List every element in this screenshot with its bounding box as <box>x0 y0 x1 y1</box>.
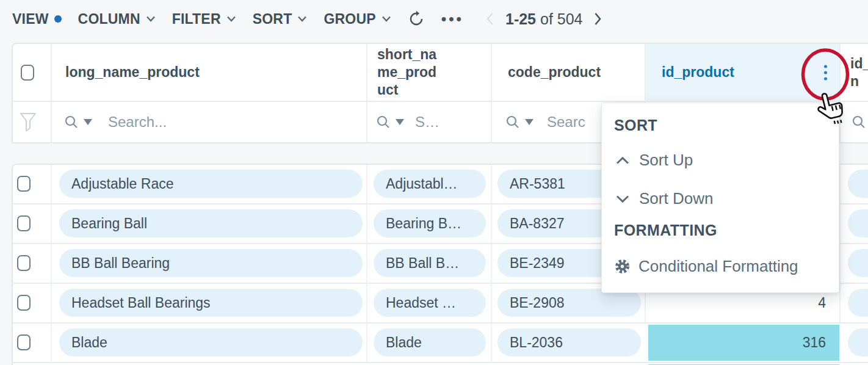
chevron-down-icon <box>146 16 156 22</box>
row-checkbox[interactable] <box>17 215 31 231</box>
chevron-down-icon <box>396 119 404 125</box>
cell-id-n[interactable] <box>848 209 868 237</box>
menu-item-label: Sort Down <box>639 189 713 208</box>
table-row: Blade Blade BL-2036 316 <box>13 323 868 363</box>
column-header-label: id_product <box>662 64 734 81</box>
cell-id-n[interactable] <box>848 249 868 277</box>
column-header-id-n[interactable]: id_ n <box>841 44 868 101</box>
toolbar: VIEW COLUMN FILTER SORT GROUP ••• <box>12 0 602 38</box>
view-button[interactable]: VIEW <box>12 11 62 27</box>
select-all-cell <box>13 44 52 101</box>
search-icon <box>852 115 866 129</box>
funnel-icon <box>19 111 37 133</box>
cell-short-name[interactable]: Blade <box>374 328 486 356</box>
pagination: 1-25 of 504 <box>485 10 603 28</box>
cell-id-n[interactable] <box>848 328 868 356</box>
chevron-down-icon <box>525 119 533 125</box>
chevron-down-icon <box>382 16 391 22</box>
cell-short-name[interactable]: Adjustabl… <box>374 170 486 198</box>
row-checkbox[interactable] <box>17 295 31 311</box>
column-header-label: code_product <box>508 64 601 81</box>
search-options[interactable] <box>376 115 404 129</box>
cell-long-name[interactable]: Bearing Ball <box>59 209 363 237</box>
menu-item-sort-up[interactable]: Sort Up <box>615 151 693 170</box>
row-checkbox[interactable] <box>17 334 31 350</box>
search-placeholder: S… <box>415 114 439 131</box>
group-menu-button[interactable]: GROUP <box>324 11 391 27</box>
page-range-numbers: 1-25 <box>505 10 536 27</box>
cell-id-n[interactable] <box>848 289 868 317</box>
gear-icon <box>614 258 631 275</box>
cell-long-name[interactable]: Blade <box>59 328 363 356</box>
column-header-short-name-product[interactable]: short_na me_prod uct <box>367 44 492 101</box>
menu-item-conditional-formatting[interactable]: Conditional Formatting <box>614 257 798 276</box>
page-range: 1-25 of 504 <box>505 10 583 28</box>
column-header-long-name-product[interactable]: long_name_product <box>52 44 367 101</box>
cell-short-name[interactable]: Headset … <box>374 289 486 317</box>
column-header-label: long_name_product <box>65 64 200 81</box>
previous-page-icon[interactable] <box>485 12 494 26</box>
cell-code[interactable]: BL-2036 <box>497 328 641 356</box>
column-menu-button[interactable]: COLUMN <box>78 11 156 27</box>
search-icon <box>505 115 520 129</box>
refresh-icon <box>408 10 425 27</box>
menu-item-label: Conditional Formatting <box>638 257 798 276</box>
chevron-down-icon <box>297 16 307 22</box>
filter-label: FILTER <box>172 11 221 27</box>
refresh-button[interactable] <box>408 10 425 27</box>
search-options[interactable] <box>505 115 533 129</box>
chevron-down-icon <box>226 16 236 22</box>
menu-section-sort: SORT <box>614 117 657 134</box>
column-label: COLUMN <box>78 11 140 27</box>
column-header-id-product[interactable]: id_product <box>646 44 841 101</box>
next-page-icon[interactable] <box>593 12 602 26</box>
column-kebab-menu-icon[interactable] <box>822 62 830 82</box>
cell-id-highlighted[interactable]: 316 <box>648 325 839 361</box>
row-checkbox[interactable] <box>17 255 31 271</box>
cell-long-name[interactable]: BB Ball Bearing <box>59 249 363 277</box>
chevron-down-icon <box>84 119 92 125</box>
cell-long-name[interactable]: Headset Ball Bearings <box>59 289 363 317</box>
search-filter-short-name[interactable]: S… <box>367 101 492 142</box>
search-filter-long-name[interactable]: Search... <box>52 101 367 142</box>
search-placeholder: Searc <box>547 114 585 131</box>
column-options-menu: SORT Sort Up Sort Down FORMATTING Condit… <box>601 103 839 293</box>
menu-item-label: Sort Up <box>639 151 693 170</box>
search-options[interactable] <box>64 115 92 129</box>
row-checkbox[interactable] <box>17 176 31 192</box>
group-label: GROUP <box>324 11 375 27</box>
select-all-checkbox[interactable] <box>21 65 34 81</box>
filter-row-funnel-cell <box>13 101 52 142</box>
column-header-code-product[interactable]: code_product <box>492 44 646 101</box>
more-options-button[interactable]: ••• <box>441 10 464 27</box>
cell-short-name[interactable]: BB Ball B… <box>374 249 486 277</box>
search-icon <box>64 115 79 129</box>
filter-menu-button[interactable]: FILTER <box>172 11 236 27</box>
data-grid-app: VIEW COLUMN FILTER SORT GROUP ••• <box>0 0 868 365</box>
chevron-down-icon <box>615 195 630 203</box>
column-header-label: id_ n <box>850 55 868 90</box>
sort-menu-button[interactable]: SORT <box>253 11 308 27</box>
cell-short-name[interactable]: Bearing B… <box>374 209 486 237</box>
search-placeholder: Search... <box>108 114 167 131</box>
view-label: VIEW <box>12 11 49 27</box>
column-header-label: short_na me_prod uct <box>377 46 436 99</box>
view-active-dot-icon <box>54 15 62 23</box>
cell-long-name[interactable]: Adjustable Race <box>59 170 363 198</box>
cell-id-n[interactable] <box>848 170 868 198</box>
menu-section-formatting: FORMATTING <box>614 222 717 239</box>
page-range-total: of 504 <box>536 10 582 27</box>
chevron-up-icon <box>615 156 630 165</box>
search-filter-id-n[interactable] <box>841 101 868 142</box>
search-icon <box>376 115 391 129</box>
menu-item-sort-down[interactable]: Sort Down <box>615 189 713 208</box>
sort-label: SORT <box>253 11 292 27</box>
